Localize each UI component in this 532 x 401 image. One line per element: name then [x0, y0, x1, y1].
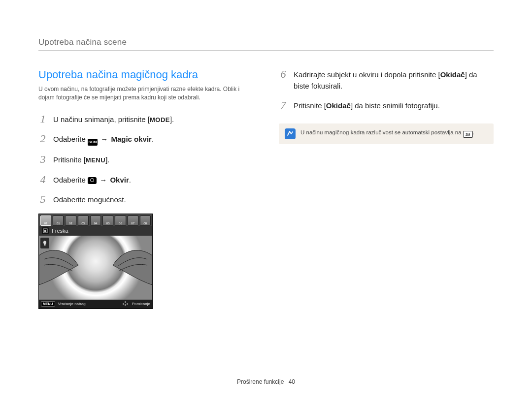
- note-box: U načinu magičnog kadra razlučivost se a…: [279, 123, 494, 144]
- step-text: U načinu snimanja, pritisnite [MODE].: [53, 113, 253, 125]
- step-number: 7: [279, 99, 288, 111]
- step-bold: Okvir: [110, 176, 129, 184]
- camera-icon: [88, 177, 97, 184]
- step-number: 6: [279, 68, 288, 80]
- frame-thumb-row: 01 01 02 03 04 05 06 07 08: [39, 214, 152, 226]
- frame-preview: [39, 236, 152, 300]
- frame-thumb: 05: [102, 216, 113, 226]
- frame-thumb: 04: [90, 216, 101, 226]
- page: Upotreba načina scene Upotreba načina ma…: [0, 0, 532, 401]
- note-pre: U načinu magičnog kadra razlučivost se a…: [300, 129, 463, 135]
- frame-thumb: 02: [65, 216, 76, 226]
- scene-mode-icon: SCN: [88, 139, 98, 146]
- step-text: Pritisnite [MENU].: [53, 154, 253, 166]
- step-number: 2: [38, 133, 47, 145]
- step-pre: Kadrirajte subjekt u okviru i dopola pri…: [294, 70, 440, 79]
- frame-thumb: 01: [40, 216, 51, 226]
- frame-effect-icon: [42, 227, 49, 234]
- step-bold: Okidač: [440, 70, 465, 79]
- content-columns: Upotreba načina magičnog kadra U ovom na…: [38, 68, 494, 309]
- frame-label: Freska: [52, 228, 68, 234]
- svg-rect-1: [44, 230, 46, 232]
- step-3: 3 Pritisnite [MENU].: [38, 154, 253, 166]
- section-intro: U ovom načinu, na fotografije možete pri…: [38, 85, 253, 102]
- step-7: 7 Pritisnite [Okidač] da biste snimili f…: [279, 99, 494, 112]
- step-4: 4 Odaberite → Okvir.: [38, 174, 253, 186]
- nav-icon: [123, 301, 129, 307]
- arrow-icon: →: [99, 175, 108, 186]
- menu-key: MENU: [86, 155, 105, 165]
- note-text: U načinu magičnog kadra razlučivost se a…: [300, 129, 474, 138]
- step-5: 5 Odaberite mogućnost.: [38, 193, 253, 206]
- step-post: ].: [170, 115, 174, 123]
- camera-status-bar: MENU Vraćanje natrag Pomicanje: [39, 300, 152, 308]
- step-bold: Magic okvir: [111, 135, 152, 143]
- frame-thumb: 01: [53, 216, 64, 226]
- page-footer: Proširene funkcije 40: [0, 378, 532, 385]
- step-text: Pritisnite [Okidač] da biste snimili fot…: [294, 99, 494, 112]
- right-column: 6 Kadrirajte subjekt u okviru i dopola p…: [279, 68, 494, 309]
- step-2: 2 Odaberite SCN → Magic okvir.: [38, 133, 253, 146]
- step-pre: Pritisnite [: [53, 155, 86, 164]
- mode-key: MODE: [150, 115, 170, 125]
- step-number: 5: [38, 193, 47, 205]
- menu-key-small: MENU: [41, 301, 55, 307]
- left-column: Upotreba načina magičnog kadra U ovom na…: [38, 68, 253, 309]
- step-number: 3: [38, 154, 47, 165]
- stabilization-icon: [40, 238, 49, 248]
- step-number: 4: [38, 174, 47, 185]
- frame-label-row: Freska: [39, 226, 152, 236]
- page-header-title: Upotreba načina scene: [38, 37, 494, 47]
- preview-image: [39, 236, 152, 300]
- frame-thumb: 06: [115, 216, 126, 226]
- step-text: Odaberite SCN → Magic okvir.: [53, 133, 253, 146]
- arrow-icon: →: [100, 134, 109, 145]
- frame-thumb: 03: [78, 216, 89, 226]
- step-pre: Odaberite: [53, 135, 88, 143]
- frame-thumb: 08: [140, 216, 151, 226]
- section-title: Upotreba načina magičnog kadra: [38, 68, 253, 81]
- step-pre: U načinu snimanja, pritisnite [: [53, 115, 150, 123]
- step-1: 1 U načinu snimanja, pritisnite [MODE].: [38, 113, 253, 125]
- step-number: 1: [38, 113, 47, 125]
- frame-thumb: 07: [128, 216, 138, 226]
- step-bold: Okidač: [326, 101, 351, 110]
- header-rule: [38, 50, 494, 51]
- status-move-label: Pomicanje: [132, 302, 150, 306]
- note-post: .: [473, 129, 474, 135]
- footer-section: Proširene funkcije: [237, 378, 284, 385]
- camera-ui-figure: 01 01 02 03 04 05 06 07 08 Freska: [38, 214, 153, 309]
- status-back-label: Vraćanje natrag: [58, 302, 86, 306]
- step-pre: Odaberite: [53, 176, 88, 184]
- step-post: .: [152, 135, 154, 143]
- step-6: 6 Kadrirajte subjekt u okviru i dopola p…: [279, 68, 494, 92]
- step-post: ] da biste snimili fotografiju.: [351, 101, 440, 110]
- info-icon: [285, 128, 296, 139]
- step-text: Kadrirajte subjekt u okviru i dopola pri…: [294, 68, 494, 92]
- step-post: ].: [105, 155, 109, 164]
- step-text: Odaberite mogućnost.: [53, 193, 253, 206]
- step-text: Odaberite → Okvir.: [53, 174, 253, 186]
- resolution-badge: 2M: [463, 131, 473, 138]
- footer-page: 40: [289, 378, 295, 385]
- step-pre: Pritisnite [: [294, 101, 326, 110]
- page-header: Upotreba načina scene: [38, 37, 494, 55]
- step-post: .: [129, 176, 131, 184]
